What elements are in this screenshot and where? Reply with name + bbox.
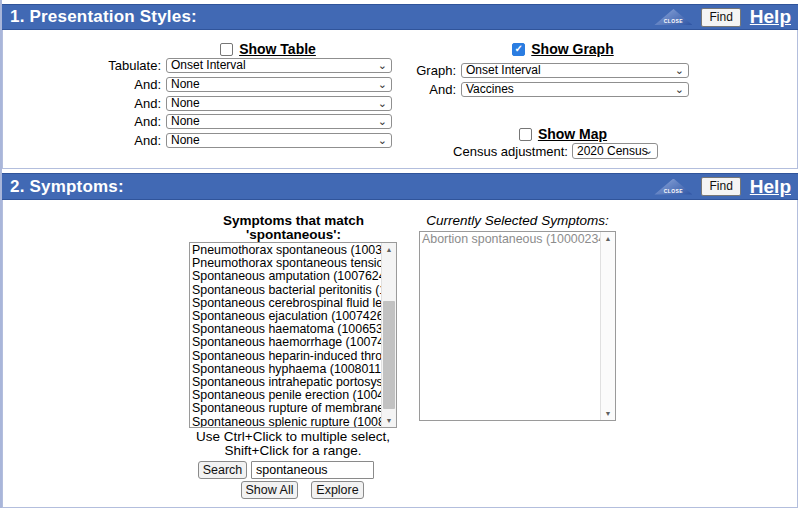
list-item[interactable]: Spontaneous bacterial peritonitis (1006 — [190, 284, 381, 297]
results-scrollbar[interactable]: ▲ ▼ — [381, 243, 396, 427]
section-1-title: 1. Presentation Styles: — [2, 7, 197, 27]
tabulate-label: Tabulate: — [23, 58, 161, 73]
table-and-4-select-value: None — [171, 134, 200, 147]
census-select-value: 2020 Census — [577, 145, 648, 158]
graph-label: Graph: — [333, 63, 456, 78]
graph-and-select[interactable]: Vaccines ⌄ — [461, 82, 689, 97]
chevron-down-icon: ⌄ — [675, 83, 684, 96]
section-2-header-controls: CLOSE Find Help — [654, 176, 798, 198]
graph-select-value: Onset Interval — [466, 64, 541, 77]
chevron-down-icon: ⌄ — [644, 144, 653, 157]
multi-select-hint-line2: Shift+Click for a range. — [143, 444, 443, 458]
tabulate-select-value: Onset Interval — [171, 59, 246, 72]
show-graph-checkbox[interactable]: ✓ — [512, 43, 525, 56]
show-table-row: ✓ Show Table — [103, 41, 433, 57]
table-and-1-label: And: — [23, 77, 161, 92]
show-map-row: ✓ Show Map — [433, 126, 693, 142]
scrollbar-thumb[interactable] — [383, 301, 395, 409]
symptoms-header: 2. Symptoms: CLOSE Find Help — [2, 173, 798, 200]
vaers-request-page: 1. Presentation Styles: CLOSE Find Help … — [0, 0, 800, 508]
list-item[interactable]: Spontaneous heparin-induced thrombo — [190, 350, 381, 363]
scroll-down-icon[interactable]: ▼ — [601, 407, 615, 420]
show-map-label: Show Map — [538, 126, 607, 142]
symptom-results-listbox[interactable]: Pneumothorax spontaneous (1003576 Pneumo… — [189, 242, 397, 428]
show-table-checkbox[interactable]: ✓ — [220, 43, 233, 56]
show-table-label: Show Table — [239, 41, 316, 57]
show-all-button[interactable]: Show All — [241, 481, 298, 499]
show-graph-row: ✓ Show Graph — [433, 41, 693, 57]
table-and-2-label: And: — [23, 96, 161, 111]
multi-select-hint-line1: Use Ctrl+Click to multiple select, — [143, 430, 443, 444]
currently-selected-heading: Currently Selected Symptoms: — [419, 214, 616, 228]
list-item[interactable]: Spontaneous rupture of membranes (1 — [190, 402, 381, 415]
graph-select[interactable]: Onset Interval ⌄ — [461, 63, 689, 78]
symptoms-match-heading-line1: Symptoms that match — [189, 214, 398, 228]
search-button[interactable]: Search — [198, 461, 247, 479]
census-adjustment-label: Census adjustment: — [343, 144, 568, 159]
close-icon[interactable]: CLOSE — [654, 9, 692, 25]
table-and-2-select-value: None — [171, 97, 200, 110]
scroll-up-icon[interactable]: ▲ — [601, 232, 615, 245]
list-item[interactable]: Spontaneous haemorrhage (10074557 — [190, 336, 381, 349]
census-adjustment-select[interactable]: 2020 Census ⌄ — [572, 143, 658, 159]
graph-and-select-value: Vaccines — [466, 83, 514, 96]
table-and-2-select[interactable]: None ⌄ — [166, 96, 392, 111]
symptom-results-items: Pneumothorax spontaneous (1003576 Pneumo… — [190, 244, 381, 427]
section-1-header-controls: CLOSE Find Help — [654, 6, 798, 28]
symptoms-match-heading-line2: 'spontaneous': — [189, 228, 398, 242]
list-item[interactable]: Spontaneous amputation (10076246) — [190, 270, 381, 283]
presentation-styles-body: ✓ Show Table Tabulate: Onset Interval ⌄ … — [2, 30, 798, 169]
chevron-down-icon: ⌄ — [378, 115, 387, 128]
find-button[interactable]: Find — [701, 177, 740, 196]
show-graph-label: Show Graph — [531, 41, 613, 57]
scroll-up-icon[interactable]: ▲ — [382, 243, 396, 256]
selected-scrollbar[interactable]: ▲ ▼ — [600, 232, 615, 420]
help-link[interactable]: Help — [750, 176, 793, 198]
search-input[interactable] — [251, 461, 374, 479]
find-button[interactable]: Find — [701, 8, 740, 27]
list-item[interactable]: Spontaneous splenic rupture (1008740 — [190, 416, 381, 427]
presentation-styles-header: 1. Presentation Styles: CLOSE Find Help — [2, 4, 798, 30]
list-item[interactable]: Abortion spontaneous (10000234) — [420, 233, 600, 246]
section-2-title: 2. Symptoms: — [2, 177, 124, 197]
selected-symptoms-listbox[interactable]: Abortion spontaneous (10000234) ▲ ▼ — [419, 231, 616, 421]
table-and-4-label: And: — [23, 133, 161, 148]
table-and-1-select-value: None — [171, 78, 200, 91]
symptoms-body: Symptoms that match 'spontaneous': Pneum… — [2, 200, 798, 508]
table-and-3-label: And: — [23, 114, 161, 129]
explore-button[interactable]: Explore — [311, 481, 364, 499]
chevron-down-icon: ⌄ — [675, 64, 684, 77]
table-and-3-select-value: None — [171, 115, 200, 128]
graph-and-label: And: — [333, 82, 456, 97]
selected-symptoms-items: Abortion spontaneous (10000234) — [420, 233, 600, 420]
show-map-checkbox[interactable]: ✓ — [519, 128, 532, 141]
chevron-down-icon: ⌄ — [378, 97, 387, 110]
close-icon[interactable]: CLOSE — [654, 179, 692, 195]
scroll-down-icon[interactable]: ▼ — [382, 414, 396, 427]
table-and-3-select[interactable]: None ⌄ — [166, 114, 392, 129]
help-link[interactable]: Help — [750, 6, 793, 28]
